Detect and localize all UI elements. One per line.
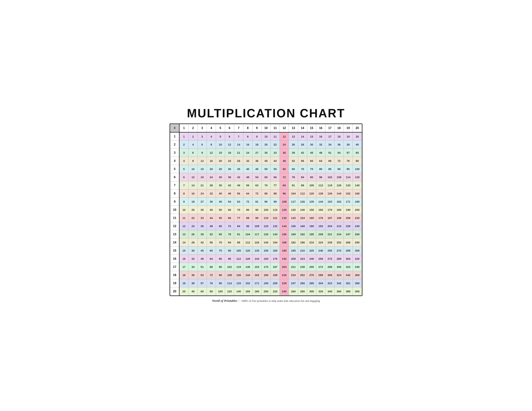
- cell-7-8: 56: [243, 181, 252, 189]
- cell-18-7: 126: [234, 271, 243, 279]
- cell-14-16: 224: [316, 238, 325, 247]
- cell-11-1: 11: [179, 214, 189, 222]
- cell-9-7: 63: [234, 198, 243, 206]
- cell-10-11: 110: [271, 206, 280, 214]
- cell-2-9: 18: [252, 140, 261, 149]
- cell-20-3: 60: [198, 287, 207, 296]
- cell-1-20: 20: [353, 132, 362, 140]
- heart-icon: ♡: [238, 299, 241, 302]
- cell-14-20: 280: [353, 238, 362, 247]
- cell-16-8: 128: [243, 255, 252, 263]
- cell-4-10: 40: [261, 157, 270, 165]
- cell-20-14: 280: [298, 287, 307, 296]
- cell-14-19: 266: [343, 238, 353, 247]
- cell-12-15: 180: [307, 222, 316, 230]
- cell-9-14: 126: [298, 198, 307, 206]
- cell-12-13: 156: [289, 222, 298, 230]
- cell-7-11: 77: [271, 181, 280, 189]
- cell-17-17: 289: [325, 263, 334, 271]
- table-row-17: 1717345168851021191361531701872042212382…: [170, 263, 362, 271]
- col-header-16: 16: [316, 124, 325, 132]
- page-title: MULTIPLICATION CHART: [170, 106, 362, 120]
- cell-7-9: 63: [252, 181, 261, 189]
- cell-8-13: 104: [289, 189, 298, 198]
- cell-4-9: 36: [252, 157, 261, 165]
- cell-8-2: 16: [189, 189, 198, 198]
- cell-7-16: 112: [316, 181, 325, 189]
- cell-18-2: 36: [189, 271, 198, 279]
- table-row-1: 11234567891011121314151617181920: [170, 132, 362, 140]
- cell-5-4: 20: [207, 165, 216, 173]
- cell-3-1: 3: [179, 149, 189, 157]
- cell-18-14: 252: [298, 271, 307, 279]
- cell-18-1: 18: [179, 271, 189, 279]
- cell-4-16: 64: [316, 157, 325, 165]
- cell-20-5: 100: [216, 287, 225, 296]
- cell-17-5: 85: [216, 263, 225, 271]
- cell-4-6: 24: [225, 157, 234, 165]
- cell-10-7: 70: [234, 206, 243, 214]
- cell-16-12: 192: [280, 255, 289, 263]
- cell-14-13: 182: [289, 238, 298, 247]
- cell-3-5: 15: [216, 149, 225, 157]
- cell-12-19: 228: [343, 222, 353, 230]
- cell-10-13: 130: [289, 206, 298, 214]
- cell-9-17: 153: [325, 198, 334, 206]
- cell-14-12: 168: [280, 238, 289, 247]
- cell-10-6: 60: [225, 206, 234, 214]
- cell-14-2: 28: [189, 238, 198, 247]
- row-header-7: 7: [170, 181, 179, 189]
- cell-16-7: 112: [234, 255, 243, 263]
- cell-13-16: 208: [316, 230, 325, 238]
- cell-15-12: 180: [280, 247, 289, 255]
- cell-8-10: 80: [261, 189, 270, 198]
- cell-6-11: 66: [271, 173, 280, 181]
- cell-12-3: 36: [198, 222, 207, 230]
- cell-4-14: 56: [298, 157, 307, 165]
- cell-19-18: 342: [334, 279, 343, 287]
- chart-table: X 1 2 3 4 5 6 7 8 9 10 11 12 13 14 15: [170, 124, 362, 296]
- cell-7-2: 14: [189, 181, 198, 189]
- table-row-2: 2246810121416182022242628303234363840: [170, 140, 362, 149]
- cell-17-1: 17: [179, 263, 189, 271]
- cell-3-7: 21: [234, 149, 243, 157]
- table-row-11: 1111223344556677889911012113214315416517…: [170, 214, 362, 222]
- cell-8-7: 56: [234, 189, 243, 198]
- cell-15-4: 60: [207, 247, 216, 255]
- row-header-14: 14: [170, 238, 179, 247]
- cell-2-5: 10: [216, 140, 225, 149]
- cell-1-13: 13: [289, 132, 298, 140]
- cell-13-18: 234: [334, 230, 343, 238]
- cell-12-6: 72: [225, 222, 234, 230]
- cell-11-12: 132: [280, 214, 289, 222]
- cell-3-9: 27: [252, 149, 261, 157]
- cell-17-3: 51: [198, 263, 207, 271]
- cell-14-7: 98: [234, 238, 243, 247]
- row-header-15: 15: [170, 247, 179, 255]
- cell-13-19: 247: [343, 230, 353, 238]
- cell-20-6: 120: [225, 287, 234, 296]
- cell-12-5: 60: [216, 222, 225, 230]
- cell-4-3: 12: [198, 157, 207, 165]
- cell-20-2: 40: [189, 287, 198, 296]
- table-row-15: 1515304560759010512013515016518019521022…: [170, 247, 362, 255]
- cell-1-16: 16: [316, 132, 325, 140]
- cell-9-20: 180: [353, 198, 362, 206]
- cell-11-8: 88: [243, 214, 252, 222]
- cell-6-16: 96: [316, 173, 325, 181]
- cell-3-4: 12: [207, 149, 216, 157]
- cell-16-19: 304: [343, 255, 353, 263]
- cell-17-8: 136: [243, 263, 252, 271]
- table-row-3: 33691215182124273033363942454851545760: [170, 149, 362, 157]
- cell-9-19: 171: [343, 198, 353, 206]
- cell-2-10: 20: [261, 140, 270, 149]
- cell-2-6: 12: [225, 140, 234, 149]
- cell-13-9: 117: [252, 230, 261, 238]
- cell-7-7: 49: [234, 181, 243, 189]
- cell-9-12: 108: [280, 198, 289, 206]
- cell-17-10: 170: [261, 263, 270, 271]
- cell-10-9: 90: [252, 206, 261, 214]
- cell-20-20: 400: [353, 287, 362, 296]
- cell-1-4: 4: [207, 132, 216, 140]
- cell-3-3: 9: [198, 149, 207, 157]
